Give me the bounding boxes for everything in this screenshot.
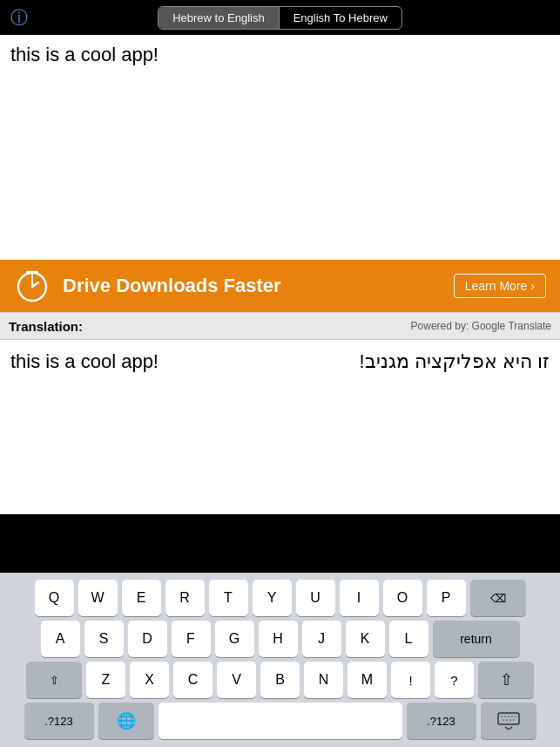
key-J[interactable]: J — [302, 621, 341, 657]
key-E[interactable]: E — [122, 580, 161, 616]
key-shift-right[interactable]: ⇧ — [478, 662, 534, 698]
key-C[interactable]: C — [173, 662, 213, 698]
key-L[interactable]: L — [389, 621, 428, 657]
input-area[interactable]: this is a cool app! — [0, 35, 560, 260]
keyboard: Q W E R T Y U I O P ⌫ A S D F G H J K L … — [0, 573, 560, 747]
key-A[interactable]: A — [41, 621, 80, 657]
key-H[interactable]: H — [259, 621, 298, 657]
segment-control: Hebrew to English English To Hebrew — [158, 6, 402, 30]
key-backspace[interactable]: ⌫ — [470, 580, 526, 616]
key-M[interactable]: M — [347, 662, 387, 698]
key-V[interactable]: V — [217, 662, 256, 698]
key-S[interactable]: S — [84, 621, 124, 657]
key-exclaim[interactable]: ! — [391, 662, 430, 698]
key-W[interactable]: W — [78, 580, 118, 616]
learn-more-label: Learn More — [465, 279, 528, 293]
ad-title: Drive Downloads Faster — [63, 275, 442, 297]
segment-english-to-hebrew[interactable]: English To Hebrew — [280, 7, 401, 29]
key-D[interactable]: D — [128, 621, 167, 657]
key-F[interactable]: F — [172, 621, 211, 657]
key-Y[interactable]: Y — [253, 580, 292, 616]
input-text: this is a cool app! — [10, 44, 159, 65]
key-num-right[interactable]: .?123 — [407, 703, 476, 739]
key-shift[interactable]: ⇧ — [26, 662, 82, 698]
key-U[interactable]: U — [296, 580, 335, 616]
key-I[interactable]: I — [340, 580, 379, 616]
keyboard-row-1: Q W E R T Y U I O P ⌫ — [3, 580, 557, 616]
top-bar: ⓘ Hebrew to English English To Hebrew — [0, 0, 560, 35]
key-num-left[interactable]: .?123 — [24, 703, 94, 739]
key-globe[interactable]: 🌐 — [98, 703, 154, 739]
info-icon[interactable]: ⓘ — [10, 6, 28, 30]
key-R[interactable]: R — [165, 580, 205, 616]
ad-clock-icon — [14, 268, 51, 304]
original-text: this is a cool app! — [10, 350, 280, 373]
ad-banner[interactable]: Drive Downloads Faster Learn More › — [0, 260, 560, 312]
key-Z[interactable]: Z — [86, 662, 125, 698]
key-space[interactable] — [159, 703, 402, 739]
translated-text: זו היא אפליקציה מגניב! — [280, 350, 550, 373]
key-question[interactable]: ? — [435, 662, 474, 698]
key-K[interactable]: K — [346, 621, 385, 657]
translation-output: this is a cool app! זו היא אפליקציה מגני… — [0, 340, 560, 514]
learn-more-button[interactable]: Learn More › — [454, 274, 546, 298]
powered-by-label: Powered by: Google Translate — [411, 320, 551, 332]
learn-more-chevron: › — [530, 279, 535, 293]
keyboard-row-2: A S D F G H J K L return — [3, 621, 557, 657]
key-return[interactable]: return — [433, 621, 520, 657]
svg-line-2 — [32, 282, 38, 287]
keyboard-row-4: .?123 🌐 .?123 — [3, 703, 557, 739]
key-B[interactable]: B — [260, 662, 300, 698]
svg-rect-6 — [498, 713, 519, 724]
keyboard-row-3: ⇧ Z X C V B N M ! ? ⇧ — [3, 662, 557, 698]
translation-label: Translation: — [9, 319, 83, 334]
key-hide-keyboard[interactable] — [481, 703, 536, 739]
key-P[interactable]: P — [427, 580, 466, 616]
key-G[interactable]: G — [215, 621, 254, 657]
segment-hebrew-to-english[interactable]: Hebrew to English — [159, 7, 279, 29]
key-O[interactable]: O — [383, 580, 422, 616]
key-Q[interactable]: Q — [35, 580, 74, 616]
key-X[interactable]: X — [130, 662, 169, 698]
key-N[interactable]: N — [304, 662, 343, 698]
translation-bar: Translation: Powered by: Google Translat… — [0, 312, 560, 340]
key-T[interactable]: T — [209, 580, 248, 616]
